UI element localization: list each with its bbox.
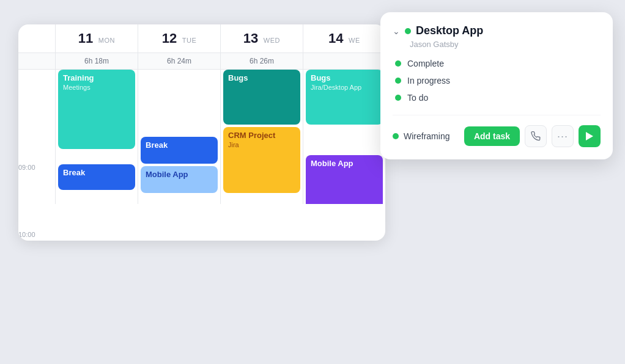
- status-item-complete[interactable]: Complete: [395, 59, 601, 68]
- day-header-thu: 14 WE: [303, 24, 385, 53]
- day-col-thu: Bugs Jira/Desktop App Mobile App: [303, 70, 385, 204]
- time-labels: 09:00 10:00: [18, 70, 55, 241]
- hours-thu: [303, 53, 385, 69]
- time-label-9: 09:00: [18, 106, 55, 173]
- popup-footer: Wireframing Add task ···: [393, 115, 601, 147]
- day-num-13: 13: [243, 31, 258, 46]
- day-header-mon: 11 MON: [55, 24, 138, 53]
- event-crm[interactable]: CRM Project Jira: [223, 127, 300, 193]
- event-title-bugs-wed: Bugs: [228, 73, 295, 82]
- hours-wed: 6h 26m: [220, 53, 303, 69]
- status-dot-inprogress: [395, 78, 401, 84]
- chevron-down-icon: ⌄: [393, 26, 400, 36]
- hours-time-empty: [18, 53, 55, 69]
- more-options-button[interactable]: ···: [552, 125, 574, 147]
- day-col-wed: Bugs CRM Project Jira: [220, 70, 303, 204]
- event-title-break-tue: Break: [146, 140, 213, 150]
- footer-status-dot: [393, 133, 399, 139]
- event-title-bugs-thu: Bugs: [311, 73, 378, 82]
- event-title-mobile-thu: Mobile App: [311, 159, 378, 168]
- event-break-tue[interactable]: Break: [141, 137, 218, 164]
- event-sub-crm: Jira: [228, 141, 295, 148]
- calendar-card: 11 MON 12 TUE 13 WED 14 WE 6h 18m 6h 24m…: [18, 24, 385, 241]
- add-task-button[interactable]: Add task: [464, 126, 520, 146]
- event-sub-training: Meetings: [63, 84, 130, 91]
- hours-mon: 6h 18m: [55, 53, 138, 69]
- status-item-inprogress[interactable]: In progress: [395, 76, 601, 86]
- day-col-mon: Training Meetings Break: [55, 70, 138, 204]
- event-break-mon[interactable]: Break: [58, 164, 135, 190]
- event-title-training: Training: [63, 73, 130, 82]
- status-label-todo: To do: [407, 93, 428, 103]
- day-num-11: 11: [78, 31, 93, 46]
- status-label-complete: Complete: [407, 59, 444, 68]
- hours-tue: 6h 24m: [138, 53, 220, 69]
- event-title-mobile-app: Mobile App: [146, 170, 213, 179]
- status-item-todo[interactable]: To do: [395, 93, 601, 103]
- calendar-header: 11 MON 12 TUE 13 WED 14 WE: [18, 24, 385, 53]
- phone-icon-button[interactable]: [525, 125, 547, 147]
- status-list: Complete In progress To do: [395, 59, 601, 103]
- day-name-thu: WE: [349, 37, 360, 44]
- status-dot-complete: [395, 60, 401, 67]
- day-header-tue: 12 TUE: [138, 24, 220, 53]
- popup-subtitle: Jason Gatsby: [410, 40, 601, 49]
- popup-header: ⌄ Desktop App: [393, 24, 601, 37]
- event-training[interactable]: Training Meetings: [58, 70, 135, 149]
- grid-columns: Training Meetings Break Break Mobile App: [55, 70, 385, 204]
- event-bugs-thu[interactable]: Bugs Jira/Desktop App: [306, 70, 383, 125]
- day-num-12: 12: [162, 31, 177, 46]
- status-dot-todo: [395, 95, 401, 101]
- event-mobile-app[interactable]: Mobile App: [141, 166, 218, 193]
- event-bugs-wed[interactable]: Bugs: [223, 70, 300, 125]
- time-label-10: 10:00: [18, 173, 55, 241]
- day-col-tue: Break Mobile App: [138, 70, 220, 204]
- event-mobile-thu[interactable]: Mobile App: [306, 155, 383, 204]
- event-title-break-mon: Break: [63, 168, 130, 177]
- event-title-crm: CRM Project: [228, 131, 295, 140]
- footer-wireframing-label: Wireframing: [404, 131, 459, 141]
- time-col-header: [18, 24, 55, 53]
- hours-summary-row: 6h 18m 6h 24m 6h 26m: [18, 53, 385, 70]
- play-button[interactable]: [579, 125, 601, 147]
- popup-card: ⌄ Desktop App Jason Gatsby Complete In p…: [380, 12, 613, 159]
- status-label-inprogress: In progress: [407, 76, 450, 86]
- day-header-wed: 13 WED: [220, 24, 303, 53]
- svg-marker-0: [586, 132, 593, 140]
- day-name-wed: WED: [264, 37, 280, 44]
- calendar-body: 09:00 10:00 Training Meetings Break Brea…: [18, 70, 385, 241]
- event-sub-bugs-thu: Jira/Desktop App: [311, 84, 378, 91]
- day-name-mon: MON: [98, 37, 115, 44]
- status-dot-title: [405, 28, 411, 34]
- popup-title: Desktop App: [416, 24, 483, 37]
- day-num-14: 14: [328, 31, 343, 46]
- day-name-tue: TUE: [182, 37, 197, 44]
